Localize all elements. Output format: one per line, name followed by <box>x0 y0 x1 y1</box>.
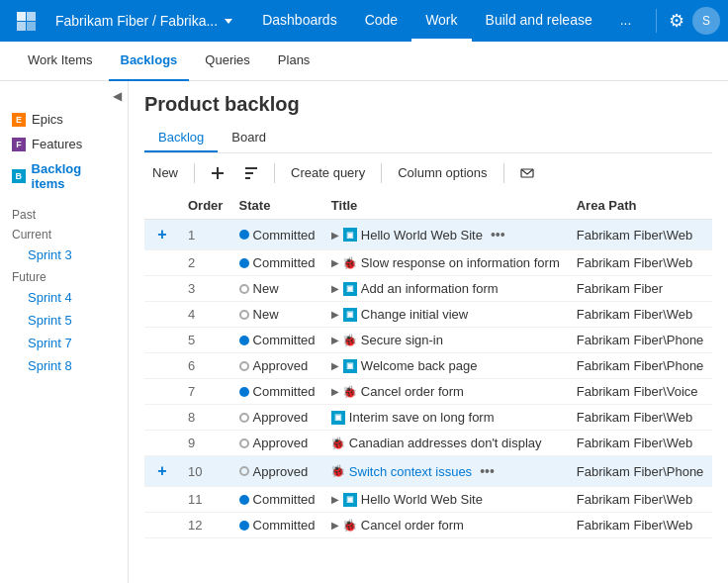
cell-order: 3 <box>180 276 231 302</box>
email-button[interactable] <box>512 162 542 184</box>
cell-area-path: Fabrikam Fiber\Web <box>569 513 712 538</box>
expand-icon[interactable]: ▶ <box>331 309 339 320</box>
cell-state: Committed <box>231 379 323 405</box>
sidebar-label-features: Features <box>32 137 82 151</box>
sidebar-label-backlog: Backlog items <box>32 161 116 191</box>
expand-icon[interactable]: ▶ <box>331 360 339 371</box>
story-icon: ▣ <box>331 411 345 425</box>
table-row: 7Committed▶🐞Cancel order formFabrikam Fi… <box>144 379 712 405</box>
logo[interactable] <box>8 3 44 39</box>
nav-more[interactable]: ... <box>606 0 646 42</box>
expand-icon[interactable]: ▶ <box>331 520 339 531</box>
cell-title: ▶▣Change initial view <box>323 302 569 328</box>
story-icon: ▣ <box>343 308 357 322</box>
title-text[interactable]: Switch context issues <box>349 464 472 479</box>
new-button[interactable]: New <box>144 161 186 184</box>
toolbar-divider-3 <box>381 163 382 183</box>
expand-icon[interactable]: ▶ <box>331 257 339 268</box>
cell-state: Committed <box>231 487 323 513</box>
nav-code[interactable]: Code <box>351 0 411 42</box>
table-row: +1Committed▶▣Hello World Web Site•••Fabr… <box>144 220 712 250</box>
view-tab-backlog[interactable]: Backlog <box>144 124 218 152</box>
expand-icon[interactable]: ▶ <box>331 230 339 241</box>
settings-icon[interactable]: ⚙ <box>669 10 684 32</box>
sidebar-sprint4[interactable]: Sprint 4 <box>0 286 128 309</box>
title-text: Slow response on information form <box>361 255 560 270</box>
more-options-button[interactable]: ••• <box>487 225 509 244</box>
sidebar-sprint5[interactable]: Sprint 5 <box>0 309 128 332</box>
cell-state: Approved <box>231 456 323 487</box>
cell-order: 9 <box>180 431 231 456</box>
cell-order: 8 <box>180 405 231 431</box>
state-label: Committed <box>253 384 316 399</box>
more-options-button[interactable]: ••• <box>476 461 499 481</box>
sidebar-item-features[interactable]: F Features <box>0 132 128 156</box>
bug-icon: 🐞 <box>343 385 357 399</box>
sidebar-sprint3[interactable]: Sprint 3 <box>0 243 128 266</box>
cell-area-path: Fabrikam Fiber\Voice <box>569 379 712 405</box>
column-options-button[interactable]: Column options <box>390 161 495 184</box>
story-icon: ▣ <box>343 228 357 242</box>
cell-order: 6 <box>180 353 231 379</box>
cell-title: ▣Interim save on long form <box>323 405 569 431</box>
bug-icon: 🐞 <box>343 334 357 347</box>
sidebar-collapse-button[interactable]: ◀ <box>113 89 122 103</box>
cell-state: Approved <box>231 353 323 379</box>
email-icon <box>520 166 534 180</box>
cell-area-path: Fabrikam Fiber\Web <box>569 250 712 276</box>
sidebar-item-backlog[interactable]: B Backlog items <box>0 156 128 196</box>
sidebar-item-epics[interactable]: E Epics <box>0 107 128 132</box>
state-label: Approved <box>253 410 309 425</box>
sprint-future-label: Future <box>0 266 128 286</box>
expand-icon[interactable]: ▶ <box>331 335 339 345</box>
sidebar-sprint8[interactable]: Sprint 8 <box>0 354 128 377</box>
state-label: Committed <box>253 333 316 347</box>
cell-area-path: Fabrikam Fiber\Phone <box>569 328 712 353</box>
add-child-icon <box>211 166 225 180</box>
org-dropdown-icon <box>225 19 232 24</box>
collapse-button[interactable] <box>236 162 266 184</box>
create-query-button[interactable]: Create query <box>283 161 373 184</box>
title-text: Cancel order form <box>361 518 464 533</box>
expand-icon[interactable]: ▶ <box>331 283 339 294</box>
title-text: Change initial view <box>361 307 468 322</box>
add-item-button[interactable]: + <box>152 461 172 481</box>
title-text: Cancel order form <box>361 384 464 399</box>
cell-state: Committed <box>231 328 323 353</box>
view-tab-board[interactable]: Board <box>218 124 280 152</box>
expand-icon[interactable]: ▶ <box>331 386 339 397</box>
tab-queries[interactable]: Queries <box>193 42 262 81</box>
tab-plans[interactable]: Plans <box>266 42 322 81</box>
toolbar-divider-4 <box>503 163 504 183</box>
collapse-icon <box>244 166 258 180</box>
sidebar-sprint7[interactable]: Sprint 7 <box>0 332 128 354</box>
toolbar-divider-1 <box>194 163 195 183</box>
nav-build[interactable]: Build and release <box>472 0 606 42</box>
title-text: Interim save on long form <box>349 410 495 425</box>
cell-order: 7 <box>180 379 231 405</box>
add-child-button[interactable] <box>203 162 232 184</box>
cell-order: 2 <box>180 250 231 276</box>
cell-title: ▶▣Hello World Web Site••• <box>323 220 569 250</box>
expand-icon[interactable]: ▶ <box>331 494 339 505</box>
nav-dashboards[interactable]: Dashboards <box>248 0 351 42</box>
svg-rect-2 <box>17 22 26 31</box>
state-label: Approved <box>253 358 309 373</box>
table-row: 11Committed▶▣Hello World Web SiteFabrika… <box>144 487 712 513</box>
org-name[interactable]: Fabrikam Fiber / Fabrika... <box>47 13 240 29</box>
cell-area-path: Fabrikam Fiber <box>569 276 712 302</box>
toolbar-divider-2 <box>274 163 275 183</box>
state-label: Committed <box>253 255 316 270</box>
bug-icon: 🐞 <box>343 519 357 533</box>
cell-order: 4 <box>180 302 231 328</box>
tab-backlogs[interactable]: Backlogs <box>109 42 190 81</box>
tab-work-items[interactable]: Work Items <box>16 42 105 81</box>
state-label: Committed <box>253 492 316 507</box>
nav-work[interactable]: Work <box>411 0 471 42</box>
title-text: Welcome back page <box>361 358 478 373</box>
cell-title: ▶🐞Cancel order form <box>323 379 569 405</box>
cell-state: Committed <box>231 250 323 276</box>
title-text: Hello World Web Site <box>361 492 483 507</box>
add-item-button[interactable]: + <box>152 225 172 244</box>
user-avatar[interactable]: S <box>692 7 720 35</box>
